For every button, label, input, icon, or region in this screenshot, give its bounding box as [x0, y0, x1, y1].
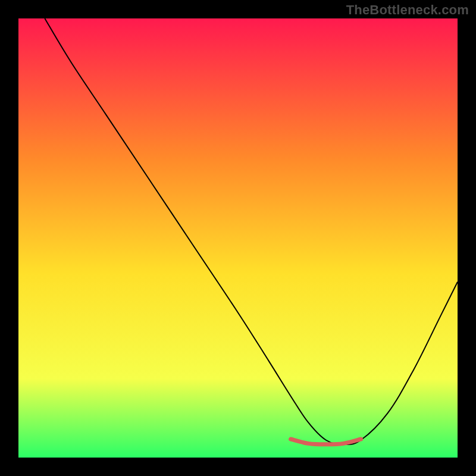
plot-background — [18, 18, 458, 458]
watermark-text: TheBottleneck.com — [346, 2, 469, 18]
chart-container: { "watermark": "TheBottleneck.com", "cha… — [0, 0, 476, 476]
bottleneck-chart — [0, 0, 476, 476]
